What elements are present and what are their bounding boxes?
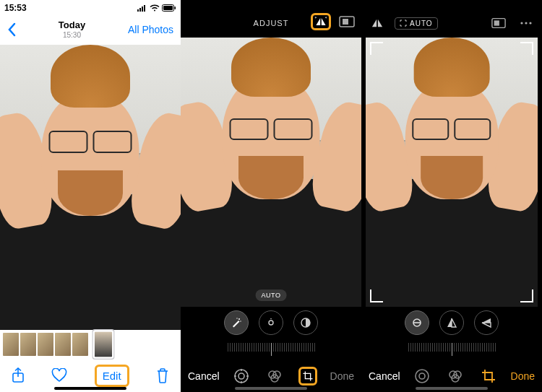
adjust-mode-icon <box>233 368 249 384</box>
nav-bar: Today 15:30 All Photos <box>0 14 181 45</box>
thumbnail-strip[interactable] <box>0 330 181 359</box>
crop-mode-button[interactable] <box>298 367 317 386</box>
exposure-dial-icon <box>265 317 277 328</box>
flip-horizontal-icon <box>314 15 327 28</box>
auto-frame-icon <box>400 19 407 27</box>
auto-pill[interactable]: AUTO <box>256 289 287 301</box>
thumbnail[interactable] <box>72 333 88 356</box>
aspect-icon <box>339 16 355 27</box>
thumbnail[interactable] <box>20 333 36 356</box>
ellipsis-icon <box>519 20 533 26</box>
thumbnail[interactable] <box>38 333 53 356</box>
photo-crop-viewport[interactable] <box>366 38 538 307</box>
aspect-button[interactable] <box>337 13 357 30</box>
photos-viewer-screen: 15:53 Today 15:30 All Photos <box>0 0 181 392</box>
markup-button[interactable] <box>489 14 509 32</box>
home-indicator[interactable] <box>235 387 307 390</box>
markup-icon <box>491 17 506 29</box>
chevron-left-icon <box>7 22 16 37</box>
flip-vertical-dial-icon <box>446 317 457 328</box>
cancel-button[interactable]: Cancel <box>188 370 220 382</box>
done-button[interactable]: Done <box>511 370 535 382</box>
photo-content <box>181 38 361 307</box>
photo-content <box>0 45 181 330</box>
straighten-dial-button[interactable] <box>405 310 429 335</box>
crop-handle-tl[interactable] <box>370 42 383 55</box>
cancel-button[interactable]: Cancel <box>369 370 400 382</box>
photo-edit-viewport[interactable]: AUTO <box>181 38 361 307</box>
editor-mode-title: ADJUST <box>254 19 289 27</box>
flip-horizontal-button[interactable] <box>311 13 331 30</box>
auto-crop-button[interactable]: AUTO <box>395 17 438 30</box>
thumbnail[interactable] <box>3 333 19 356</box>
flip-horizontal-button[interactable] <box>367 14 387 32</box>
home-indicator[interactable] <box>416 387 488 390</box>
flip-vertical-dial-button[interactable] <box>439 310 464 335</box>
crop-slider[interactable] <box>361 339 542 360</box>
status-bar: 15:53 <box>0 0 181 14</box>
svg-point-18 <box>238 373 244 379</box>
filters-mode-icon <box>447 368 463 384</box>
adjust-mode-button[interactable] <box>413 367 431 386</box>
svg-rect-0 <box>137 9 139 12</box>
status-time: 15:53 <box>4 3 27 13</box>
magic-wand-button[interactable] <box>224 310 249 335</box>
svg-point-28 <box>520 22 522 24</box>
edit-button[interactable]: Edit <box>95 365 129 387</box>
thumbnail[interactable] <box>55 333 71 356</box>
photo-viewport[interactable] <box>0 45 181 330</box>
done-button[interactable]: Done <box>330 370 354 382</box>
contrast-dial-button[interactable] <box>293 310 318 335</box>
svg-point-15 <box>270 318 272 320</box>
crop-handle-bl[interactable] <box>370 289 383 302</box>
back-button[interactable] <box>7 22 16 37</box>
editor-top-bar: AUTO <box>361 9 542 38</box>
filters-mode-button[interactable] <box>265 367 284 386</box>
perspective-dial-button[interactable] <box>474 310 499 335</box>
photo-editor-adjust-screen: ADJUST AUTO <box>181 0 361 392</box>
adjust-mode-button[interactable] <box>232 367 251 386</box>
nav-subtitle: 15:30 <box>59 31 85 39</box>
crop-dial-row <box>361 307 542 339</box>
favorite-button[interactable] <box>51 368 67 383</box>
crop-frame[interactable] <box>370 42 533 302</box>
share-button[interactable] <box>12 367 25 383</box>
delete-button[interactable] <box>156 367 169 383</box>
photo-editor-crop-screen: AUTO <box>361 0 542 392</box>
share-icon <box>12 367 25 383</box>
nav-title-group: Today 15:30 <box>59 20 85 38</box>
svg-rect-7 <box>175 6 176 9</box>
battery-icon <box>162 4 176 12</box>
exposure-dial-button[interactable] <box>259 310 283 335</box>
more-button[interactable] <box>516 14 536 32</box>
crop-mode-icon <box>302 368 314 384</box>
crop-handle-tr[interactable] <box>520 42 533 55</box>
svg-point-29 <box>525 22 527 24</box>
nav-title: Today <box>59 20 85 30</box>
svg-point-17 <box>235 370 248 383</box>
svg-rect-6 <box>163 6 173 10</box>
svg-point-33 <box>416 370 429 383</box>
flip-horizontal-icon <box>370 17 384 29</box>
crop-mode-button[interactable] <box>479 367 498 386</box>
status-icons <box>137 4 176 12</box>
svg-point-14 <box>269 321 273 325</box>
svg-rect-10 <box>343 19 348 25</box>
signal-icon <box>137 4 147 12</box>
filters-mode-button[interactable] <box>446 367 465 386</box>
svg-rect-2 <box>142 6 143 12</box>
all-photos-link[interactable]: All Photos <box>128 24 173 35</box>
adjust-mode-icon <box>414 368 430 384</box>
adjust-slider[interactable] <box>181 339 361 360</box>
wifi-icon <box>150 4 160 12</box>
svg-rect-1 <box>139 8 141 12</box>
magic-wand-icon <box>231 317 242 328</box>
thumbnail-selected[interactable] <box>95 331 112 357</box>
crop-handle-br[interactable] <box>520 289 533 302</box>
svg-rect-27 <box>494 20 499 25</box>
home-indicator[interactable] <box>54 387 126 390</box>
trash-icon <box>156 367 169 383</box>
crop-mode-icon <box>481 368 496 384</box>
svg-point-34 <box>419 373 425 379</box>
editor-top-bar: ADJUST <box>181 9 361 38</box>
